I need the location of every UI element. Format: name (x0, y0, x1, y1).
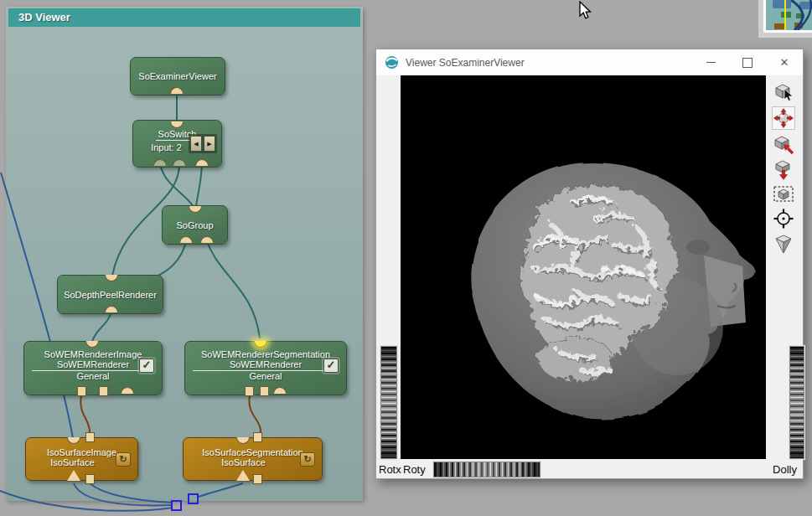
wem-image-enable-checkbox[interactable]: ✓ (139, 359, 154, 373)
connector-wemimage-wem-input1[interactable] (99, 386, 108, 396)
dolly-label: Dolly (773, 463, 797, 476)
connector-isoimage-wem-output[interactable] (85, 432, 95, 442)
brain-head-rendering (401, 75, 766, 459)
close-button[interactable]: ✕ (766, 49, 803, 75)
pick-mode-icon[interactable] (772, 80, 795, 103)
examine-mode-icon[interactable] (772, 106, 795, 130)
minimize-button[interactable] (692, 49, 729, 75)
selected-connection-handle-2[interactable] (188, 493, 199, 504)
maximize-icon (742, 58, 753, 68)
reload-icon: ↻ (303, 454, 311, 464)
viewer-titlebar[interactable]: Viewer SoExaminerViewer ✕ (376, 49, 803, 75)
group-header-3d-viewer[interactable]: 3D Viewer (8, 8, 360, 27)
wem-seg-enable-checkbox[interactable]: ✓ (323, 359, 339, 373)
app-logo-icon (385, 55, 399, 70)
camera-type-icon[interactable] (772, 231, 795, 255)
connector-isoimage-base-output[interactable] (85, 474, 95, 484)
checkmark-icon: ✓ (327, 359, 336, 371)
prev-input-button[interactable]: ◀ (190, 136, 202, 152)
connector-isoimage-image-input[interactable] (67, 470, 80, 481)
next-input-button[interactable]: ▶ (204, 136, 215, 152)
connector-isoseg-wem-output[interactable] (253, 432, 262, 442)
iso-image-update-button[interactable]: ↻ (116, 452, 131, 467)
group-title: 3D Viewer (18, 11, 70, 23)
roty-thumbwheel[interactable] (433, 462, 540, 477)
viewer-window: Viewer SoExaminerViewer ✕ (375, 49, 804, 479)
view-selection-icon[interactable] (772, 182, 795, 205)
window-title: Viewer SoExaminerViewer (406, 57, 525, 69)
rotx-label: Rotx (379, 463, 401, 476)
roty-label: Roty (403, 463, 426, 476)
node-sowemrendererimage[interactable]: SoWEMRendererImage SoWEMRenderer General… (23, 341, 163, 395)
node-instance-name: SoWEMRendererSegmentation (185, 349, 346, 359)
selected-connection-handle-1[interactable] (171, 500, 182, 511)
view-all-icon[interactable] (772, 157, 795, 181)
connector-isoseg-image-input[interactable] (236, 470, 250, 481)
seek-crosshair-icon[interactable] (772, 207, 795, 230)
network-minimap-fragment (763, 0, 812, 33)
connector-wemseg-wem-input0[interactable] (245, 386, 254, 396)
mouse-cursor-icon (576, 1, 592, 21)
node-type-name: IsoSurface (26, 457, 119, 467)
close-icon: ✕ (780, 56, 789, 69)
reload-icon: ↻ (119, 454, 127, 464)
connector-isoseg-base-output[interactable] (253, 474, 262, 484)
switch-spinner: ◀ ▶ (189, 134, 217, 153)
node-type-name: SoWEMRenderer (32, 359, 154, 371)
node-isosurfaceimage[interactable]: IsoSurfaceImage IsoSurface ↻ (25, 437, 138, 481)
connector-wemimage-wem-input0[interactable] (77, 386, 86, 396)
maximize-button[interactable] (729, 49, 766, 75)
node-type-name: IsoSurface (184, 457, 303, 467)
seek-object-icon[interactable] (772, 132, 795, 156)
rotx-thumbwheel[interactable] (380, 346, 397, 459)
iso-seg-update-button[interactable]: ↻ (300, 452, 315, 467)
3d-viewport[interactable] (401, 75, 766, 459)
minimize-icon (706, 62, 716, 63)
node-type-name: SoWEMRenderer (193, 359, 339, 371)
background-window-fragment (758, 0, 812, 38)
dolly-thumbwheel[interactable] (789, 346, 804, 459)
checkmark-icon: ✓ (142, 359, 152, 371)
connector-wemseg-wem-input1[interactable] (260, 386, 269, 396)
node-panel-tab: General (185, 371, 346, 381)
